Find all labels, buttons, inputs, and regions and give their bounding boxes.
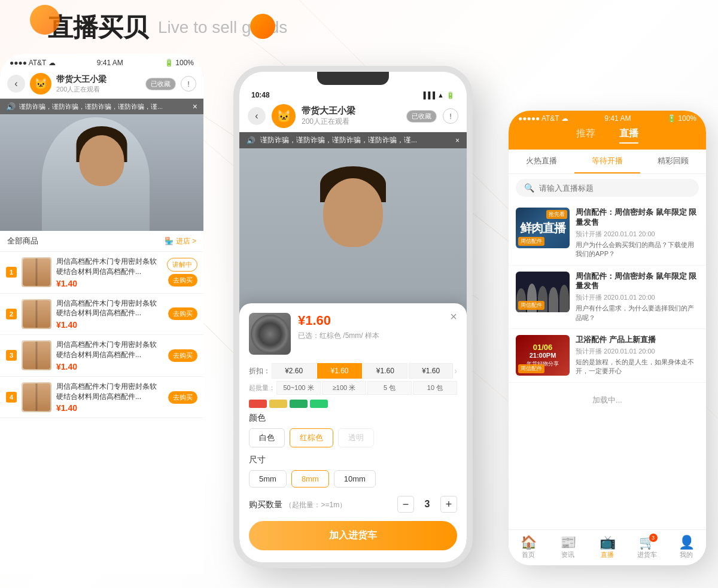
center-color-pills xyxy=(249,400,457,408)
left-products-label: 全部商品 xyxy=(7,236,38,246)
center-pill-green xyxy=(310,400,328,408)
center-qty-tiers-row: 起批量： 50~100 米 ≥100 米 5 包 10 包 xyxy=(249,381,457,395)
left-product-info-1: 周信高档配件木门专用密封条软硬结合材料周信高档配件... ¥1.40 xyxy=(56,257,162,288)
center-color-brown[interactable]: 红棕色 xyxy=(290,428,333,447)
right-live-icon: 📺 xyxy=(600,536,616,549)
center-notice-close[interactable]: × xyxy=(455,136,460,145)
center-popup-close[interactable]: × xyxy=(450,310,457,322)
center-popup-header: ¥1.60 已选：红棕色 /5mm/ 样本 xyxy=(249,313,457,355)
left-product-price-2: ¥1.40 xyxy=(56,320,163,330)
right-nav-live[interactable]: 📺 直播 xyxy=(588,530,627,565)
left-product-name-3: 周信高档配件木门专用密封条软硬结合材料周信高档配件... xyxy=(56,340,163,360)
center-pill-blue xyxy=(290,400,308,408)
center-qty-decrease[interactable]: − xyxy=(397,496,414,513)
left-product-num-4: 4 xyxy=(6,392,17,403)
left-host-avatar: 🐱 xyxy=(30,73,51,95)
right-live-card-2[interactable]: 周信配件 周信配件：周信密封条 鼠年限定 限量发售 预计开播 2020.01.0… xyxy=(509,266,706,330)
center-size-8mm[interactable]: 8mm xyxy=(291,470,329,488)
right-tab-live[interactable]: 直播 xyxy=(619,127,638,144)
right-brand-tag-2: 周信配件 xyxy=(518,301,544,310)
right-top-tabs: 推荐 直播 xyxy=(509,125,706,150)
right-nav-profile-label: 我的 xyxy=(680,550,693,559)
center-add-to-cart-button[interactable]: 加入进货车 xyxy=(249,521,457,550)
left-collect-badge[interactable]: 已收藏 xyxy=(145,78,176,90)
left-buy-button-3[interactable]: 去购买 xyxy=(168,349,197,362)
right-live-card-1[interactable]: 鲜肉直播 抢先看 周信配件 周信配件：周信密封条 鼠年限定 限量发售 预计开播 … xyxy=(509,202,706,266)
right-card-info-1: 周信配件：周信密封条 鼠年限定 限量发售 预计开播 2020.01.01 20:… xyxy=(576,208,699,259)
center-collect-badge[interactable]: 已收藏 xyxy=(406,110,437,123)
center-live-header: ‹ 🐱 带货大王小梁 200人正在观看 已收藏 ! xyxy=(239,100,467,132)
left-product-actions-1: 讲解中 去购买 xyxy=(167,258,197,287)
left-speaker-icon: 🔊 xyxy=(6,102,16,111)
left-viewer-count: 200人正在观看 xyxy=(56,85,141,94)
right-subtab-upcoming[interactable]: 等待开播 xyxy=(574,150,640,173)
center-popup-product-img xyxy=(249,313,291,355)
right-preview-tag-1: 抢先看 xyxy=(546,210,567,219)
center-coil-product xyxy=(251,315,290,354)
right-nav-profile[interactable]: 👤 我的 xyxy=(667,530,706,565)
left-buy-button-1[interactable]: 去购买 xyxy=(168,274,197,287)
title-chinese: 直播买贝 xyxy=(48,11,148,44)
center-color-white[interactable]: 白色 xyxy=(249,428,285,447)
right-nav-live-label: 直播 xyxy=(601,550,614,559)
right-search-bar[interactable]: 🔍 xyxy=(516,179,699,197)
center-qty-tier-2: ≥100 米 xyxy=(322,381,366,395)
right-search-icon: 🔍 xyxy=(524,183,534,193)
center-battery-icon: 🔋 xyxy=(446,92,455,99)
right-sub-tabs: 火热直播 等待开播 精彩回顾 xyxy=(509,150,706,174)
right-status-battery: 🔋 100% xyxy=(667,114,696,123)
right-subtab-replay[interactable]: 精彩回顾 xyxy=(640,150,706,173)
center-popup-price-area: ¥1.60 已选：红棕色 /5mm/ 样本 xyxy=(298,313,379,341)
left-buy-button-4[interactable]: 去购买 xyxy=(168,391,197,404)
right-profile-icon: 👤 xyxy=(679,536,695,549)
left-buy-button-2[interactable]: 去购买 xyxy=(168,307,197,320)
center-color-section-label: 颜色 xyxy=(249,413,457,424)
left-product-info-3: 周信高档配件木门专用密封条软硬结合材料周信高档配件... ¥1.40 xyxy=(56,340,163,371)
right-tab-recommend[interactable]: 推荐 xyxy=(576,127,595,144)
left-product-actions-2: 去购买 xyxy=(168,307,197,320)
left-status-carrier: ●●●● AT&T ☁ xyxy=(10,59,56,67)
right-card-desc-2: 用户有什么需求，为什么要选择我们的产品呢？ xyxy=(576,304,699,322)
left-explain-button-1[interactable]: 讲解中 xyxy=(167,258,197,272)
left-shop-link[interactable]: 🏪 进店 > xyxy=(165,236,196,246)
center-color-clear[interactable]: 透明 xyxy=(338,428,374,447)
center-tier-3[interactable]: ¥1.60 xyxy=(363,363,407,379)
left-product-name-2: 周信高档配件木门专用密封条软硬结合材料周信高档配件... xyxy=(56,298,163,319)
center-size-10mm[interactable]: 10mm xyxy=(334,470,376,488)
left-product-name-4: 周信高档配件木门专用密封条软硬结合材料周信高档配件... xyxy=(56,382,163,402)
center-popup-selected: 已选：红棕色 /5mm/ 样本 xyxy=(298,331,379,341)
right-nav-home-label: 首页 xyxy=(522,550,535,559)
center-tier-2[interactable]: ¥1.60 xyxy=(317,363,361,379)
right-brand-tag-3: 周信配件 xyxy=(518,364,544,373)
center-qty-row: 购买数量 （起批量：>=1m） − 3 + xyxy=(249,496,457,513)
center-product-popup: × ¥1.60 已选：红棕色 /5mm/ 样本 折扣： ¥2.60 ¥1.60 … xyxy=(239,303,467,562)
left-back-button[interactable]: ‹ xyxy=(7,75,25,93)
left-notice-close[interactable]: × xyxy=(193,102,197,111)
left-person-face xyxy=(80,135,124,186)
right-search-input[interactable] xyxy=(539,184,690,193)
left-product-img-1 xyxy=(22,257,51,287)
center-tier-1[interactable]: ¥2.60 xyxy=(272,363,316,379)
left-alert-badge[interactable]: ! xyxy=(181,76,196,92)
center-alert-badge[interactable]: ! xyxy=(443,108,458,124)
right-nav-cart-label: 进货车 xyxy=(637,550,657,559)
center-size-5mm[interactable]: 5mm xyxy=(249,470,287,488)
right-card-thumb-2: 周信配件 xyxy=(516,272,570,312)
center-back-button[interactable]: ‹ xyxy=(248,107,266,125)
right-live-card-3[interactable]: 01/06 21:00PM 年货好物分享 周信配件 卫浴配件 产品上新直播 预计… xyxy=(509,329,706,383)
right-home-icon: 🏠 xyxy=(521,536,537,549)
right-bottom-nav: 🏠 首页 📰 资讯 📺 直播 🛒 3 进货车 👤 我的 xyxy=(509,529,706,565)
center-qty-tier-4: 10 包 xyxy=(413,381,457,395)
left-phone: ●●●● AT&T ☁ 9:41 AM 🔋 100% ‹ 🐱 带货大王小梁 20… xyxy=(0,54,203,574)
right-nav-news[interactable]: 📰 资讯 xyxy=(548,530,588,565)
right-nav-cart[interactable]: 🛒 3 进货车 xyxy=(627,530,667,565)
right-subtab-hot[interactable]: 火热直播 xyxy=(509,150,574,173)
center-person-face xyxy=(323,178,383,247)
center-tier-4[interactable]: ¥1.60 xyxy=(409,363,453,379)
right-card-time-2: 预计开播 2020.01.01 20:00 xyxy=(576,293,699,302)
right-nav-home[interactable]: 🏠 首页 xyxy=(509,530,548,565)
page-title-area: 直播买贝 Live to sell goods xyxy=(48,11,287,44)
right-nav-news-label: 资讯 xyxy=(561,550,574,559)
center-qty-increase[interactable]: + xyxy=(440,496,457,513)
center-pill-red xyxy=(249,400,267,408)
